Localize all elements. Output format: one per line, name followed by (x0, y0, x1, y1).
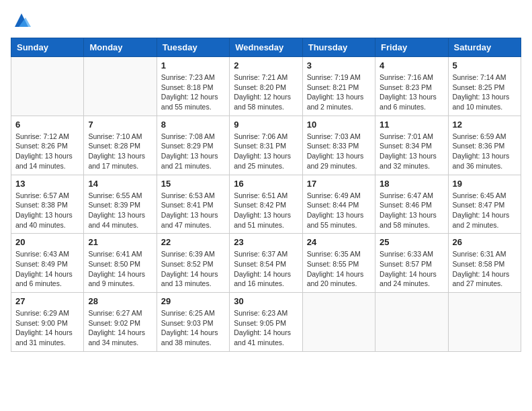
day-info: Sunrise: 6:41 AMSunset: 8:50 PMDaylight:… (88, 249, 152, 289)
day-number: 7 (88, 120, 152, 130)
calendar-cell (375, 293, 448, 352)
column-header-monday: Monday (84, 38, 157, 57)
calendar-cell: 21Sunrise: 6:41 AMSunset: 8:50 PMDayligh… (84, 234, 157, 293)
day-number: 22 (161, 237, 225, 247)
calendar-week-row: 20Sunrise: 6:43 AMSunset: 8:49 PMDayligh… (11, 234, 521, 293)
day-number: 18 (380, 179, 443, 189)
day-info: Sunrise: 6:39 AMSunset: 8:52 PMDaylight:… (161, 249, 225, 289)
calendar-cell: 24Sunrise: 6:35 AMSunset: 8:55 PMDayligh… (302, 234, 375, 293)
calendar-cell (302, 293, 375, 352)
calendar-cell: 4Sunrise: 7:16 AMSunset: 8:23 PMDaylight… (375, 57, 448, 116)
day-info: Sunrise: 7:03 AMSunset: 8:33 PMDaylight:… (307, 132, 371, 171)
day-number: 6 (15, 120, 79, 130)
calendar-cell (448, 293, 521, 352)
day-number: 17 (307, 179, 371, 189)
day-info: Sunrise: 7:12 AMSunset: 8:26 PMDaylight:… (15, 132, 79, 171)
calendar-cell: 19Sunrise: 6:45 AMSunset: 8:47 PMDayligh… (448, 175, 521, 234)
calendar-cell: 25Sunrise: 6:33 AMSunset: 8:57 PMDayligh… (375, 234, 448, 293)
day-info: Sunrise: 7:06 AMSunset: 8:31 PMDaylight:… (234, 132, 298, 171)
calendar-cell: 23Sunrise: 6:37 AMSunset: 8:54 PMDayligh… (230, 234, 302, 293)
day-number: 27 (15, 296, 79, 306)
calendar-cell: 26Sunrise: 6:31 AMSunset: 8:58 PMDayligh… (448, 234, 521, 293)
calendar-week-row: 13Sunrise: 6:57 AMSunset: 8:38 PMDayligh… (11, 175, 521, 234)
page-header (11, 11, 521, 30)
day-info: Sunrise: 6:47 AMSunset: 8:46 PMDaylight:… (380, 191, 443, 230)
calendar-cell: 16Sunrise: 6:51 AMSunset: 8:42 PMDayligh… (230, 175, 302, 234)
day-number: 4 (380, 60, 443, 71)
calendar-cell: 13Sunrise: 6:57 AMSunset: 8:38 PMDayligh… (11, 175, 84, 234)
day-info: Sunrise: 6:35 AMSunset: 8:55 PMDaylight:… (307, 249, 371, 289)
day-number: 8 (161, 120, 225, 130)
calendar-cell: 12Sunrise: 6:59 AMSunset: 8:36 PMDayligh… (448, 116, 521, 175)
day-number: 15 (161, 179, 225, 189)
calendar-table: SundayMondayTuesdayWednesdayThursdayFrid… (11, 38, 521, 352)
calendar-cell: 17Sunrise: 6:49 AMSunset: 8:44 PMDayligh… (302, 175, 375, 234)
day-info: Sunrise: 7:01 AMSunset: 8:34 PMDaylight:… (380, 132, 443, 171)
day-info: Sunrise: 6:27 AMSunset: 9:02 PMDaylight:… (88, 308, 152, 348)
calendar-cell: 29Sunrise: 6:25 AMSunset: 9:03 PMDayligh… (157, 293, 229, 352)
day-info: Sunrise: 6:33 AMSunset: 8:57 PMDaylight:… (380, 249, 443, 289)
column-header-wednesday: Wednesday (230, 38, 302, 57)
day-info: Sunrise: 7:14 AMSunset: 8:25 PMDaylight:… (453, 73, 517, 112)
calendar-cell: 27Sunrise: 6:29 AMSunset: 9:00 PMDayligh… (11, 293, 84, 352)
day-info: Sunrise: 7:23 AMSunset: 8:18 PMDaylight:… (161, 73, 225, 112)
calendar-cell: 9Sunrise: 7:06 AMSunset: 8:31 PMDaylight… (230, 116, 302, 175)
day-info: Sunrise: 7:16 AMSunset: 8:23 PMDaylight:… (380, 73, 443, 112)
calendar-cell (84, 57, 157, 116)
day-info: Sunrise: 6:59 AMSunset: 8:36 PMDaylight:… (453, 132, 517, 171)
calendar-cell (11, 57, 84, 116)
calendar-week-row: 1Sunrise: 7:23 AMSunset: 8:18 PMDaylight… (11, 57, 521, 116)
day-info: Sunrise: 7:19 AMSunset: 8:21 PMDaylight:… (307, 73, 371, 112)
calendar-cell: 7Sunrise: 7:10 AMSunset: 8:28 PMDaylight… (84, 116, 157, 175)
day-info: Sunrise: 6:31 AMSunset: 8:58 PMDaylight:… (453, 249, 517, 289)
logo (11, 11, 31, 30)
calendar-header-row: SundayMondayTuesdayWednesdayThursdayFrid… (11, 38, 521, 57)
column-header-thursday: Thursday (302, 38, 375, 57)
column-header-sunday: Sunday (11, 38, 84, 57)
day-number: 12 (453, 120, 517, 130)
day-info: Sunrise: 6:55 AMSunset: 8:39 PMDaylight:… (88, 191, 152, 230)
calendar-cell: 22Sunrise: 6:39 AMSunset: 8:52 PMDayligh… (157, 234, 229, 293)
calendar-cell: 1Sunrise: 7:23 AMSunset: 8:18 PMDaylight… (157, 57, 229, 116)
calendar-cell: 3Sunrise: 7:19 AMSunset: 8:21 PMDaylight… (302, 57, 375, 116)
calendar-cell: 5Sunrise: 7:14 AMSunset: 8:25 PMDaylight… (448, 57, 521, 116)
calendar-cell: 8Sunrise: 7:08 AMSunset: 8:29 PMDaylight… (157, 116, 229, 175)
calendar-cell: 11Sunrise: 7:01 AMSunset: 8:34 PMDayligh… (375, 116, 448, 175)
day-info: Sunrise: 7:10 AMSunset: 8:28 PMDaylight:… (88, 132, 152, 171)
calendar-cell: 6Sunrise: 7:12 AMSunset: 8:26 PMDaylight… (11, 116, 84, 175)
day-info: Sunrise: 7:21 AMSunset: 8:20 PMDaylight:… (234, 73, 298, 112)
day-number: 11 (380, 120, 443, 130)
day-info: Sunrise: 6:45 AMSunset: 8:47 PMDaylight:… (453, 191, 517, 230)
day-number: 21 (88, 237, 152, 247)
day-number: 19 (453, 179, 517, 189)
day-number: 25 (380, 237, 443, 247)
calendar-cell: 10Sunrise: 7:03 AMSunset: 8:33 PMDayligh… (302, 116, 375, 175)
day-number: 13 (15, 179, 79, 189)
day-info: Sunrise: 6:43 AMSunset: 8:49 PMDaylight:… (15, 249, 79, 289)
day-info: Sunrise: 6:37 AMSunset: 8:54 PMDaylight:… (234, 249, 298, 289)
calendar-cell: 28Sunrise: 6:27 AMSunset: 9:02 PMDayligh… (84, 293, 157, 352)
day-number: 2 (234, 60, 298, 71)
day-number: 16 (234, 179, 298, 189)
day-number: 1 (161, 60, 225, 71)
calendar-cell: 20Sunrise: 6:43 AMSunset: 8:49 PMDayligh… (11, 234, 84, 293)
calendar-cell: 14Sunrise: 6:55 AMSunset: 8:39 PMDayligh… (84, 175, 157, 234)
day-number: 14 (88, 179, 152, 189)
day-number: 24 (307, 237, 371, 247)
day-number: 23 (234, 237, 298, 247)
day-info: Sunrise: 6:23 AMSunset: 9:05 PMDaylight:… (234, 308, 298, 348)
day-info: Sunrise: 6:29 AMSunset: 9:00 PMDaylight:… (15, 308, 79, 348)
day-info: Sunrise: 7:08 AMSunset: 8:29 PMDaylight:… (161, 132, 225, 171)
calendar-cell: 30Sunrise: 6:23 AMSunset: 9:05 PMDayligh… (230, 293, 302, 352)
day-number: 26 (453, 237, 517, 247)
calendar-week-row: 6Sunrise: 7:12 AMSunset: 8:26 PMDaylight… (11, 116, 521, 175)
day-info: Sunrise: 6:53 AMSunset: 8:41 PMDaylight:… (161, 191, 225, 230)
calendar-cell: 2Sunrise: 7:21 AMSunset: 8:20 PMDaylight… (230, 57, 302, 116)
day-number: 20 (15, 237, 79, 247)
column-header-tuesday: Tuesday (157, 38, 229, 57)
day-number: 9 (234, 120, 298, 130)
day-info: Sunrise: 6:49 AMSunset: 8:44 PMDaylight:… (307, 191, 371, 230)
day-number: 5 (453, 60, 517, 71)
calendar-cell: 18Sunrise: 6:47 AMSunset: 8:46 PMDayligh… (375, 175, 448, 234)
day-number: 28 (88, 296, 152, 306)
